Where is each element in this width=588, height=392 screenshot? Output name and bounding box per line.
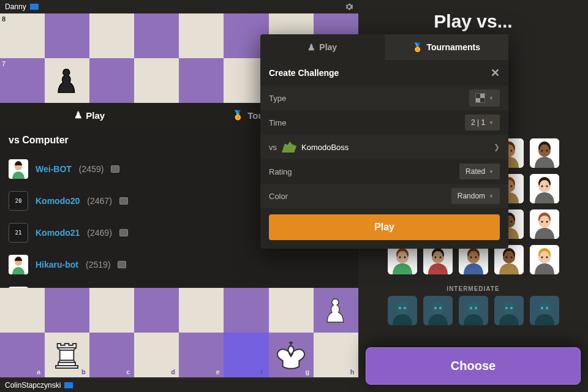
bottom-player-bar: ColinStapczynski [0, 379, 358, 392]
file-coord: c [126, 368, 130, 375]
pawn-icon: ♟ [74, 110, 82, 121]
svg-point-93 [505, 307, 508, 309]
label: Type [269, 94, 286, 103]
bot-rating: (2459) [79, 164, 104, 174]
svg-point-18 [510, 150, 512, 152]
pawn-black-icon[interactable] [48, 62, 85, 99]
svg-point-69 [434, 257, 436, 258]
time-selector[interactable]: 2 | 1▼ [465, 115, 500, 130]
svg-point-21 [541, 150, 543, 152]
bot-name: Wei-BOT [36, 164, 72, 174]
engine-icon [119, 197, 128, 205]
file-coord: d [171, 368, 175, 375]
tab-play-bg[interactable]: ♟Play [0, 103, 179, 127]
avatar-cell[interactable] [530, 296, 559, 325]
play-button[interactable]: Play [269, 214, 500, 240]
svg-point-94 [510, 307, 513, 309]
chip-avatar: 21 [9, 223, 28, 243]
svg-point-88 [439, 307, 442, 309]
avatar-cell[interactable] [530, 138, 559, 168]
rank-coord: 7 [2, 60, 6, 67]
row-type: Type ▼ [260, 86, 508, 110]
bot-rating: (2469) [87, 228, 111, 238]
avatar-cell[interactable] [388, 245, 417, 274]
modal-header: Create Challenge ✕ [260, 60, 508, 86]
file-coord: b [81, 368, 86, 375]
bot-row[interactable]: Hikaru-bot(2519) [0, 249, 358, 281]
king-white-icon[interactable] [273, 336, 309, 373]
gear-icon[interactable] [345, 2, 353, 11]
avatar-cell[interactable] [530, 245, 559, 274]
svg-point-77 [505, 257, 507, 258]
chevron-down-icon: ▼ [489, 169, 494, 175]
komodo-icon [282, 141, 296, 153]
medal-icon: 🏅 [232, 110, 244, 121]
avatar-cell[interactable] [388, 296, 417, 325]
avatar-cell[interactable] [423, 296, 453, 325]
engine-icon [111, 165, 119, 173]
type-selector[interactable]: ▼ [469, 89, 500, 107]
top-player[interactable]: Danny [5, 2, 39, 11]
row-vs[interactable]: vsKomodoBoss ❯ [260, 135, 508, 159]
avatar-cell[interactable] [530, 174, 559, 203]
avatar-cell[interactable] [530, 209, 559, 239]
chip-avatar: 20 [9, 191, 28, 211]
pawn-icon: ♟ [307, 42, 315, 52]
category-label: INTERMEDIATE [366, 285, 581, 292]
row-rating: Rating Rated▼ [260, 159, 508, 184]
svg-point-90 [470, 307, 472, 309]
play-vs-title: Play vs... [366, 11, 581, 32]
pawn-white-icon[interactable] [317, 292, 354, 328]
flag-icon [64, 382, 73, 388]
file-coord: g [306, 368, 310, 375]
svg-point-84 [399, 307, 401, 309]
avatar-cell[interactable] [459, 296, 488, 325]
player-name: Danny [5, 2, 26, 11]
svg-point-81 [541, 257, 543, 258]
row-color: Color Random▼ [260, 184, 508, 208]
svg-point-92 [503, 302, 515, 314]
avatar-cell[interactable] [494, 296, 524, 325]
create-challenge-modal: ♟Play 🏅Tournaments Create Challenge ✕ Ty… [260, 34, 508, 249]
engine-icon [118, 261, 126, 268]
svg-point-62 [546, 221, 548, 223]
svg-point-66 [404, 257, 405, 258]
svg-point-83 [396, 302, 409, 314]
svg-point-73 [470, 257, 472, 258]
modal-tab-play[interactable]: ♟Play [260, 34, 385, 60]
modal-title: Create Challenge [269, 68, 339, 78]
rating-selector[interactable]: Rated▼ [459, 164, 500, 179]
close-icon[interactable]: ✕ [491, 66, 500, 80]
label: Time [269, 118, 286, 127]
svg-point-87 [434, 307, 437, 309]
svg-point-41 [541, 186, 543, 187]
avatar-cell[interactable] [494, 245, 524, 274]
variant-icon [475, 93, 485, 103]
avatar-cell[interactable] [423, 245, 453, 274]
svg-point-97 [546, 307, 548, 309]
svg-point-58 [510, 221, 512, 223]
rook-white-icon[interactable] [48, 336, 85, 373]
choose-button[interactable]: Choose [366, 347, 581, 385]
svg-point-86 [432, 302, 444, 314]
color-selector[interactable]: Random▼ [451, 188, 500, 204]
chevron-down-icon: ▼ [489, 96, 494, 101]
svg-point-38 [510, 186, 512, 187]
chevron-down-icon: ▼ [489, 194, 494, 199]
modal-tab-tournaments[interactable]: 🏅Tournaments [385, 34, 509, 60]
bot-rating: (2467) [87, 196, 111, 206]
label: vs [269, 143, 277, 152]
chevron-right-icon: ❯ [494, 143, 500, 151]
bot-name: Komodo20 [36, 196, 80, 206]
svg-point-89 [467, 302, 480, 314]
avatar-cell[interactable] [459, 245, 488, 274]
label: Color [269, 192, 288, 201]
medal-icon: 🏅 [412, 42, 423, 52]
svg-point-85 [404, 307, 406, 309]
chevron-down-icon: ▼ [489, 120, 494, 126]
top-player-bar: Danny [0, 0, 358, 13]
opponent-name: KomodoBoss [301, 143, 349, 152]
chessboard-bottom[interactable]: abcdefgh [0, 288, 358, 377]
player-name: ColinStapczynski [5, 381, 61, 390]
bot-name: Hikaru-bot [36, 260, 78, 270]
